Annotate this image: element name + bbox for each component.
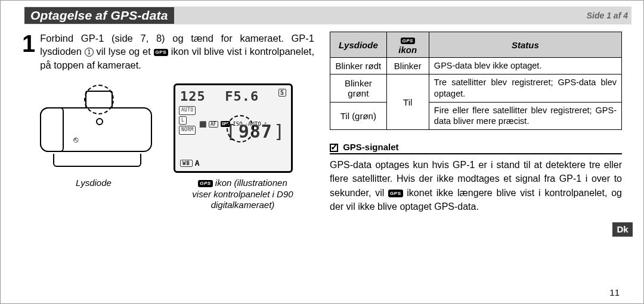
- th-lysdiode: Lysdiode: [330, 32, 387, 58]
- page-number: 11: [609, 287, 620, 297]
- gps-icon: GPS: [401, 38, 415, 44]
- th-icon: GPS ikon: [386, 32, 429, 58]
- lcd-wb-icon: WB: [180, 160, 193, 167]
- lcd-norm: NORM: [179, 126, 196, 135]
- illustration-row: ⎋ 125 F5.6 S AUTO L NORM ⬛: [22, 83, 314, 173]
- table-row: Blinker rødt Blinker GPS-data blev ikke …: [330, 58, 622, 75]
- dashed-circle-icon: [84, 85, 114, 114]
- lcd-quality: L: [179, 116, 187, 125]
- gps-icon: GPS: [154, 49, 168, 57]
- camera-illustration: ⎋: [36, 83, 156, 173]
- lcd-smode: S: [278, 89, 286, 97]
- status-table: Lysdiode GPS ikon Status Blinker rødt Bl…: [330, 32, 622, 130]
- note-body: GPS-data optages kun hvis GP-1 er i stan…: [330, 158, 622, 213]
- language-tab: Dk: [612, 222, 633, 237]
- dashed-circle-icon: [227, 115, 254, 142]
- gps-icon: GPS: [388, 190, 402, 198]
- step-text: Forbind GP-1 (side 7, 8) og tænd for kam…: [40, 32, 314, 72]
- caption-lcd: GPS ikon (illustrationen viser kontrolpa…: [171, 178, 314, 211]
- lcd-auto: AUTO: [179, 106, 196, 115]
- step-text-b: vil lyse og et: [94, 46, 154, 57]
- section-title: Optagelse af GPS-data: [24, 7, 174, 24]
- th-status: Status: [429, 32, 621, 58]
- step-number: 1: [22, 32, 35, 72]
- check-icon: [330, 144, 338, 152]
- gps-icon: GPS: [198, 180, 212, 187]
- lcd-aperture: F5.6: [225, 89, 259, 104]
- table-row: Til (grøn) Fire eller flere satellitter …: [330, 102, 622, 130]
- note-heading: GPS-signalet: [330, 142, 622, 154]
- side-page-indicator: Side 1 af 4: [587, 11, 631, 20]
- lcd-wb-mode: A: [195, 159, 200, 167]
- table-row: Blinker grønt Til Tre satellitter blev r…: [330, 74, 622, 102]
- lcd-shutter: 125: [180, 89, 206, 104]
- caption-lysdiode: Lysdiode: [34, 178, 153, 211]
- usb-icon: ⎋: [73, 135, 78, 144]
- circled-one-icon: 1: [85, 48, 94, 57]
- lcd-panel-illustration: 125 F5.6 S AUTO L NORM ⬛ AF GPS ISO: [174, 83, 293, 173]
